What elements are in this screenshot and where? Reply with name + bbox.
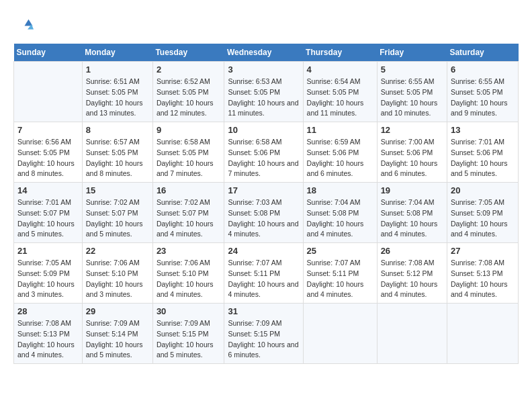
day-info: Sunrise: 6:58 AMSunset: 5:06 PMDaylight:…: [228, 137, 299, 179]
calendar-cell: [303, 304, 377, 364]
day-number: 4: [307, 64, 373, 75]
day-info: Sunrise: 7:08 AMSunset: 5:13 PMDaylight:…: [451, 258, 515, 300]
day-number: 1: [86, 64, 149, 75]
day-info: Sunrise: 7:01 AMSunset: 5:06 PMDaylight:…: [451, 137, 515, 179]
day-info: Sunrise: 7:06 AMSunset: 5:10 PMDaylight:…: [157, 258, 221, 300]
day-number: 25: [307, 246, 373, 256]
page-header: [13, 13, 519, 37]
day-number: 15: [86, 185, 149, 195]
day-number: 12: [381, 125, 443, 135]
calendar-cell: 20 Sunrise: 7:05 AMSunset: 5:09 PMDaylig…: [447, 183, 518, 243]
day-number: 11: [307, 125, 373, 135]
day-number: 3: [228, 64, 299, 75]
day-info: Sunrise: 7:07 AMSunset: 5:11 PMDaylight:…: [307, 258, 373, 300]
calendar-cell: 18 Sunrise: 7:04 AMSunset: 5:08 PMDaylig…: [303, 183, 377, 243]
day-info: Sunrise: 7:00 AMSunset: 5:06 PMDaylight:…: [381, 137, 443, 179]
day-number: 2: [157, 64, 221, 75]
day-info: Sunrise: 6:56 AMSunset: 5:05 PMDaylight:…: [17, 137, 79, 179]
calendar-cell: 22 Sunrise: 7:06 AMSunset: 5:10 PMDaylig…: [82, 243, 152, 304]
day-number: 6: [451, 64, 515, 75]
calendar-cell: 4 Sunrise: 6:54 AMSunset: 5:05 PMDayligh…: [303, 62, 377, 122]
calendar-cell: 3 Sunrise: 6:53 AMSunset: 5:05 PMDayligh…: [224, 62, 303, 122]
day-number: 17: [228, 185, 299, 195]
day-number: 5: [381, 64, 443, 75]
day-number: 22: [86, 246, 149, 256]
day-info: Sunrise: 7:06 AMSunset: 5:10 PMDaylight:…: [86, 258, 149, 300]
calendar-cell: [14, 62, 83, 122]
day-info: Sunrise: 7:03 AMSunset: 5:08 PMDaylight:…: [228, 197, 299, 240]
week-row-5: 28 Sunrise: 7:08 AMSunset: 5:13 PMDaylig…: [14, 304, 519, 364]
calendar-cell: 10 Sunrise: 6:58 AMSunset: 5:06 PMDaylig…: [224, 122, 303, 183]
day-info: Sunrise: 7:09 AMSunset: 5:15 PMDaylight:…: [228, 318, 299, 361]
day-number: 18: [307, 185, 373, 195]
day-number: 13: [451, 125, 515, 135]
day-info: Sunrise: 7:09 AMSunset: 5:15 PMDaylight:…: [157, 318, 221, 361]
calendar-cell: 23 Sunrise: 7:06 AMSunset: 5:10 PMDaylig…: [152, 243, 224, 304]
day-number: 7: [17, 125, 79, 135]
day-info: Sunrise: 7:08 AMSunset: 5:13 PMDaylight:…: [17, 318, 79, 361]
day-number: 30: [157, 306, 221, 316]
day-info: Sunrise: 6:57 AMSunset: 5:05 PMDaylight:…: [86, 137, 149, 179]
calendar-cell: 17 Sunrise: 7:03 AMSunset: 5:08 PMDaylig…: [224, 183, 303, 243]
calendar-cell: 25 Sunrise: 7:07 AMSunset: 5:11 PMDaylig…: [303, 243, 377, 304]
week-row-3: 14 Sunrise: 7:01 AMSunset: 5:07 PMDaylig…: [14, 183, 519, 243]
calendar-cell: 11 Sunrise: 6:59 AMSunset: 5:06 PMDaylig…: [303, 122, 377, 183]
calendar-cell: 14 Sunrise: 7:01 AMSunset: 5:07 PMDaylig…: [14, 183, 83, 243]
day-info: Sunrise: 7:05 AMSunset: 5:09 PMDaylight:…: [451, 197, 515, 240]
header-day-thursday: Thursday: [303, 44, 377, 62]
day-number: 20: [451, 185, 515, 195]
day-number: 21: [17, 246, 79, 256]
calendar-cell: 12 Sunrise: 7:00 AMSunset: 5:06 PMDaylig…: [377, 122, 447, 183]
day-info: Sunrise: 6:52 AMSunset: 5:05 PMDaylight:…: [157, 77, 221, 119]
calendar-cell: 28 Sunrise: 7:08 AMSunset: 5:13 PMDaylig…: [14, 304, 83, 364]
calendar-cell: 21 Sunrise: 7:05 AMSunset: 5:09 PMDaylig…: [14, 243, 83, 304]
header-day-saturday: Saturday: [447, 44, 518, 62]
day-number: 9: [157, 125, 221, 135]
calendar-cell: 1 Sunrise: 6:51 AMSunset: 5:05 PMDayligh…: [82, 62, 152, 122]
day-number: 14: [17, 185, 79, 195]
day-number: 10: [228, 125, 299, 135]
calendar-cell: 7 Sunrise: 6:56 AMSunset: 5:05 PMDayligh…: [14, 122, 83, 183]
week-row-1: 1 Sunrise: 6:51 AMSunset: 5:05 PMDayligh…: [14, 62, 519, 122]
day-info: Sunrise: 7:05 AMSunset: 5:09 PMDaylight:…: [17, 258, 79, 300]
calendar-cell: [377, 304, 447, 364]
day-number: 8: [86, 125, 149, 135]
calendar-cell: 24 Sunrise: 7:07 AMSunset: 5:11 PMDaylig…: [224, 243, 303, 304]
header-day-wednesday: Wednesday: [224, 44, 303, 62]
calendar-cell: 30 Sunrise: 7:09 AMSunset: 5:15 PMDaylig…: [152, 304, 224, 364]
day-number: 28: [17, 306, 79, 316]
day-info: Sunrise: 6:55 AMSunset: 5:05 PMDaylight:…: [451, 77, 515, 119]
day-info: Sunrise: 7:04 AMSunset: 5:08 PMDaylight:…: [381, 197, 443, 240]
header-day-tuesday: Tuesday: [152, 44, 224, 62]
day-info: Sunrise: 6:55 AMSunset: 5:05 PMDaylight:…: [381, 77, 443, 119]
header-day-friday: Friday: [377, 44, 447, 62]
week-row-2: 7 Sunrise: 6:56 AMSunset: 5:05 PMDayligh…: [14, 122, 519, 183]
calendar-cell: 26 Sunrise: 7:08 AMSunset: 5:12 PMDaylig…: [377, 243, 447, 304]
day-number: 31: [228, 306, 299, 316]
day-info: Sunrise: 6:53 AMSunset: 5:05 PMDaylight:…: [228, 77, 299, 119]
header-day-monday: Monday: [82, 44, 152, 62]
day-number: 24: [228, 246, 299, 256]
calendar-cell: 29 Sunrise: 7:09 AMSunset: 5:14 PMDaylig…: [82, 304, 152, 364]
logo: [13, 17, 35, 37]
day-info: Sunrise: 6:58 AMSunset: 5:05 PMDaylight:…: [157, 137, 221, 179]
calendar-cell: 13 Sunrise: 7:01 AMSunset: 5:06 PMDaylig…: [447, 122, 518, 183]
day-info: Sunrise: 6:59 AMSunset: 5:06 PMDaylight:…: [307, 137, 373, 179]
day-info: Sunrise: 7:02 AMSunset: 5:07 PMDaylight:…: [157, 197, 221, 240]
day-number: 19: [381, 185, 443, 195]
calendar-cell: 15 Sunrise: 7:02 AMSunset: 5:07 PMDaylig…: [82, 183, 152, 243]
calendar-cell: 9 Sunrise: 6:58 AMSunset: 5:05 PMDayligh…: [152, 122, 224, 183]
day-number: 26: [381, 246, 443, 256]
day-info: Sunrise: 7:01 AMSunset: 5:07 PMDaylight:…: [17, 197, 79, 240]
calendar-cell: 19 Sunrise: 7:04 AMSunset: 5:08 PMDaylig…: [377, 183, 447, 243]
calendar-cell: 2 Sunrise: 6:52 AMSunset: 5:05 PMDayligh…: [152, 62, 224, 122]
day-number: 29: [86, 306, 149, 316]
calendar-cell: 16 Sunrise: 7:02 AMSunset: 5:07 PMDaylig…: [152, 183, 224, 243]
day-info: Sunrise: 6:51 AMSunset: 5:05 PMDaylight:…: [86, 77, 149, 119]
day-number: 16: [157, 185, 221, 195]
day-info: Sunrise: 7:04 AMSunset: 5:08 PMDaylight:…: [307, 197, 373, 240]
logo-icon: [13, 17, 34, 37]
calendar-cell: 8 Sunrise: 6:57 AMSunset: 5:05 PMDayligh…: [82, 122, 152, 183]
calendar-cell: [447, 304, 518, 364]
calendar-cell: 5 Sunrise: 6:55 AMSunset: 5:05 PMDayligh…: [377, 62, 447, 122]
